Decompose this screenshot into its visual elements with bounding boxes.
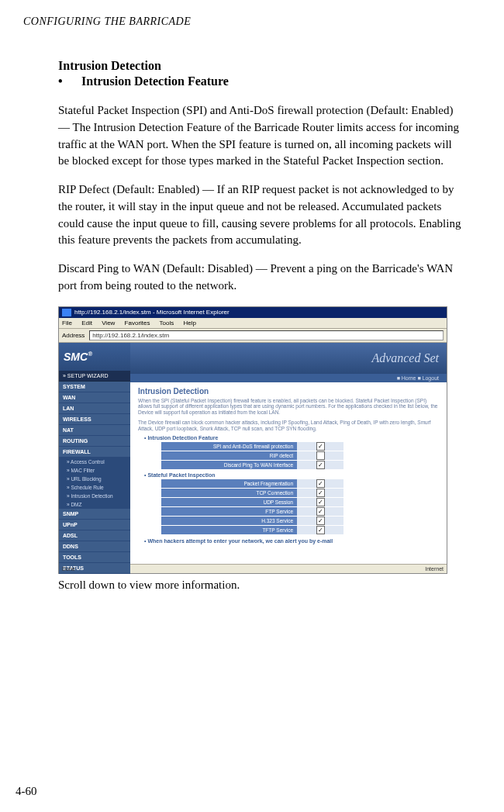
brand-logo: SMC® — [59, 343, 130, 371]
nav-fw-intrusion-detection[interactable]: » Intrusion Detection — [59, 492, 130, 500]
idf-checkbox-rip[interactable] — [316, 451, 325, 460]
ie-menubar[interactable]: File Edit View Favorites Tools Help — [59, 318, 447, 329]
spi-label-tcp: TCP Connection — [161, 489, 297, 497]
spi-row-udp: UDP Session ✓ — [161, 498, 439, 506]
idf-checkbox-spi[interactable]: ✓ — [316, 442, 325, 451]
banner: Advanced Set — [130, 343, 447, 374]
figure-caption: Scroll down to view more information. — [58, 579, 465, 592]
spi-row-fragmentation: Packet Fragmentation ✓ — [161, 479, 439, 488]
address-input[interactable]: http://192.168.2.1/index.stm — [89, 330, 444, 340]
spi-label-h323: H.323 Service — [161, 517, 297, 525]
spi-label-fragmentation: Packet Fragmentation — [161, 479, 297, 488]
screenshot-figure: http://192.168.2.1/index.stm - Microsoft… — [58, 306, 447, 574]
nav-wan[interactable]: WAN — [59, 392, 130, 403]
main-panel: Advanced Set ■ Home ■ Logout Intrusion D… — [130, 343, 447, 564]
spi-checkbox-ftp[interactable]: ✓ — [316, 507, 325, 516]
menu-help[interactable]: Help — [184, 320, 196, 327]
nav-nat[interactable]: NAT — [59, 425, 130, 436]
address-label: Address — [62, 332, 85, 339]
nav-adsl[interactable]: ADSL — [59, 530, 130, 541]
idf-label-rip: RIP defect — [161, 451, 297, 460]
nav-upnp[interactable]: UPnP — [59, 520, 130, 530]
section-title: Intrusion Detection — [58, 59, 465, 73]
idf-label-discard-ping: Discard Ping To WAN Interface — [161, 461, 297, 469]
feature-section-idf: • Intrusion Detection Feature — [144, 435, 439, 441]
nav-wireless[interactable]: WIRELESS — [59, 414, 130, 425]
idf-row-discard-ping: Discard Ping To WAN Interface ✓ — [161, 461, 439, 469]
paragraph-rip: RIP Defect (Default: Enabled) — If an RI… — [58, 181, 465, 249]
sidebar: SMC® » SETUP WIZARD SYSTEM WAN LAN WIREL… — [59, 343, 130, 564]
nav-fw-dmz[interactable]: » DMZ — [59, 500, 130, 509]
spi-label-udp: UDP Session — [161, 498, 297, 506]
status-left: Done — [62, 566, 75, 572]
nav-fw-schedule-rule[interactable]: » Schedule Rule — [59, 483, 130, 492]
spi-row-tcp: TCP Connection ✓ — [161, 489, 439, 497]
ie-addressbar: Address http://192.168.2.1/index.stm — [59, 329, 447, 343]
spi-checkbox-fragmentation[interactable]: ✓ — [316, 479, 325, 488]
nav-routing[interactable]: ROUTING — [59, 436, 130, 447]
spi-checkbox-udp[interactable]: ✓ — [316, 498, 325, 506]
setup-wizard-button[interactable]: » SETUP WIZARD — [59, 371, 130, 382]
window-title: http://192.168.2.1/index.stm - Microsoft… — [74, 309, 230, 316]
app-frame: SMC® » SETUP WIZARD SYSTEM WAN LAN WIREL… — [59, 343, 447, 564]
subsection-title-text: Intrusion Detection Feature — [81, 74, 229, 88]
panel-title: Intrusion Detection — [138, 387, 439, 396]
panel-desc-2: The Device firewall can block common hac… — [138, 420, 439, 432]
spi-checkbox-h323[interactable]: ✓ — [316, 517, 325, 525]
nav-fw-mac-filter[interactable]: » MAC Filter — [59, 466, 130, 475]
ie-titlebar: http://192.168.2.1/index.stm - Microsoft… — [59, 307, 447, 318]
subsection-title: •Intrusion Detection Feature — [58, 74, 465, 88]
nav-ddns[interactable]: DDNS — [59, 541, 130, 552]
idf-table: SPI and Anti-DoS firewall protection ✓ R… — [161, 442, 439, 469]
menu-file[interactable]: File — [62, 320, 72, 327]
running-header: CONFIGURING THE BARRICADE — [23, 16, 481, 28]
idf-checkbox-discard-ping[interactable]: ✓ — [316, 461, 325, 469]
bullet-mark: • — [58, 74, 81, 88]
nav-system[interactable]: SYSTEM — [59, 382, 130, 392]
idf-row-spi: SPI and Anti-DoS firewall protection ✓ — [161, 442, 439, 451]
menu-edit[interactable]: Edit — [81, 320, 92, 327]
nav-fw-url-blocking[interactable]: » URL Blocking — [59, 475, 130, 483]
nav-lan[interactable]: LAN — [59, 403, 130, 414]
menu-tools[interactable]: Tools — [160, 320, 174, 327]
panel-desc-1: When the SPI (Stateful Packet Inspection… — [138, 398, 439, 416]
banner-text: Advanced Set — [371, 351, 439, 365]
spi-label-ftp: FTP Service — [161, 507, 297, 516]
nav-snmp[interactable]: SNMP — [59, 509, 130, 520]
menu-favorites[interactable]: Favorites — [125, 320, 150, 327]
idf-label-spi: SPI and Anti-DoS firewall protection — [161, 442, 297, 451]
paragraph-discard-ping: Discard Ping to WAN (Default: Disabled) … — [58, 261, 465, 295]
spi-row-h323: H.323 Service ✓ — [161, 517, 439, 525]
menu-view[interactable]: View — [102, 320, 115, 327]
spi-row-tftp: TFTP Service ✓ — [161, 526, 439, 534]
feature-section-spi: • Stateful Packet Inspection — [144, 472, 439, 478]
nav-tools[interactable]: TOOLS — [59, 552, 130, 563]
nav-firewall[interactable]: FIREWALL — [59, 447, 130, 458]
email-alert-note: • When hackers attempt to enter your net… — [144, 538, 439, 544]
spi-checkbox-tcp[interactable]: ✓ — [316, 489, 325, 497]
page-number: 4-60 — [16, 785, 37, 798]
spi-table: Packet Fragmentation ✓ TCP Connection ✓ … — [161, 479, 439, 534]
banner-links[interactable]: ■ Home ■ Logout — [130, 374, 447, 382]
paragraph-spi: Stateful Packet Inspection (SPI) and Ant… — [58, 102, 465, 170]
spi-checkbox-tftp[interactable]: ✓ — [316, 526, 325, 534]
spi-row-ftp: FTP Service ✓ — [161, 507, 439, 516]
spi-label-tftp: TFTP Service — [161, 526, 297, 534]
nav-fw-access-control[interactable]: » Access Control — [59, 458, 130, 466]
ie-icon — [62, 309, 71, 316]
idf-row-rip: RIP defect — [161, 451, 439, 460]
status-right: Internet — [425, 566, 444, 572]
